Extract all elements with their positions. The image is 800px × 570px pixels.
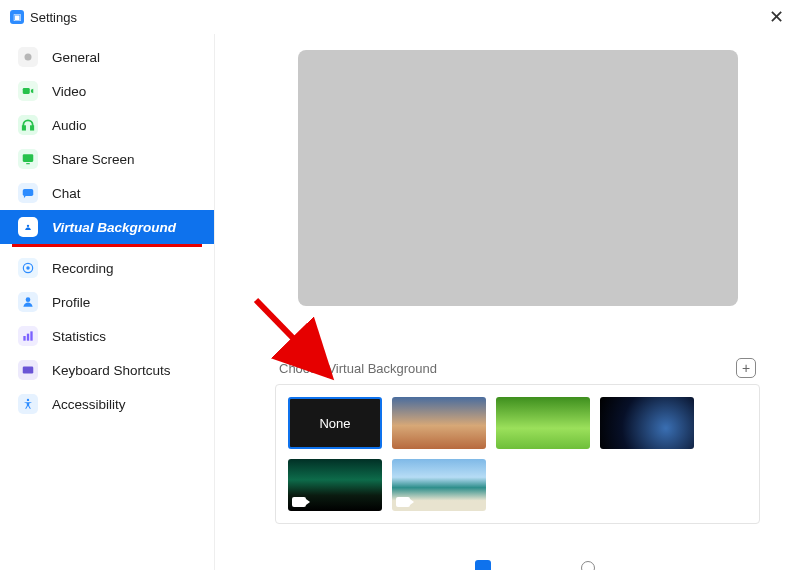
sidebar-item-label: General (52, 50, 100, 65)
sidebar-item-recording[interactable]: Recording (0, 251, 214, 285)
sidebar-item-keyboard-shortcuts[interactable]: Keyboard Shortcuts (0, 353, 214, 387)
sidebar-item-audio[interactable]: Audio (0, 108, 214, 142)
svg-point-16 (27, 399, 29, 401)
svg-rect-15 (23, 367, 34, 374)
chat-icon (18, 183, 38, 203)
headphones-icon (18, 115, 38, 135)
checkbox-checked[interactable] (475, 560, 491, 570)
thumb-none-label: None (319, 416, 350, 431)
cutoff-options-row (475, 556, 595, 570)
svg-rect-6 (23, 189, 34, 196)
svg-rect-2 (23, 126, 25, 130)
background-thumb-bridge[interactable] (392, 397, 486, 449)
annotation-underline (12, 244, 202, 247)
video-badge-icon (292, 497, 306, 507)
accessibility-icon (18, 394, 38, 414)
svg-rect-1 (23, 88, 30, 94)
svg-rect-14 (30, 331, 32, 340)
svg-rect-13 (27, 334, 29, 341)
sidebar-item-label: Virtual Background (52, 220, 176, 235)
sidebar-item-label: Recording (52, 261, 114, 276)
video-icon (18, 81, 38, 101)
svg-rect-3 (31, 126, 33, 130)
record-icon (18, 258, 38, 278)
window-title: Settings (30, 10, 77, 25)
sidebar-item-chat[interactable]: Chat (0, 176, 214, 210)
sidebar-item-general[interactable]: General (0, 40, 214, 74)
sidebar-item-label: Chat (52, 186, 81, 201)
profile-icon (18, 292, 38, 312)
background-thumb-grass[interactable] (496, 397, 590, 449)
sidebar-item-label: Statistics (52, 329, 106, 344)
settings-sidebar: General Video Audio Share Screen Chat (0, 34, 215, 570)
sidebar-item-profile[interactable]: Profile (0, 285, 214, 319)
sidebar-item-statistics[interactable]: Statistics (0, 319, 214, 353)
background-grid: None (275, 384, 760, 524)
statistics-icon (18, 326, 38, 346)
background-thumb-none[interactable]: None (288, 397, 382, 449)
plus-icon: + (742, 361, 750, 375)
sidebar-item-accessibility[interactable]: Accessibility (0, 387, 214, 421)
close-icon[interactable]: ✕ (763, 4, 790, 30)
sidebar-item-label: Audio (52, 118, 87, 133)
sidebar-item-label: Keyboard Shortcuts (52, 363, 171, 378)
svg-rect-12 (23, 336, 25, 341)
sidebar-item-virtual-background[interactable]: Virtual Background (0, 210, 214, 244)
video-preview (298, 50, 738, 306)
video-badge-icon (396, 497, 410, 507)
share-screen-icon (18, 149, 38, 169)
svg-rect-5 (26, 163, 30, 164)
sidebar-item-label: Accessibility (52, 397, 126, 412)
choose-background-label: Choose Virtual Background (279, 361, 437, 376)
sidebar-item-label: Profile (52, 295, 90, 310)
settings-main: Choose Virtual Background + None (215, 34, 800, 570)
virtual-background-icon (18, 217, 38, 237)
svg-point-8 (27, 225, 29, 227)
gear-icon (18, 47, 38, 67)
titlebar: ▣ Settings ✕ (0, 0, 800, 34)
keyboard-icon (18, 360, 38, 380)
svg-rect-4 (23, 154, 34, 162)
sidebar-item-label: Share Screen (52, 152, 135, 167)
radio-unchecked[interactable] (581, 561, 595, 570)
app-icon: ▣ (10, 10, 24, 24)
background-thumb-aurora[interactable] (288, 459, 382, 511)
sidebar-item-video[interactable]: Video (0, 74, 214, 108)
background-thumb-beach[interactable] (392, 459, 486, 511)
svg-point-11 (26, 297, 31, 302)
sidebar-item-label: Video (52, 84, 86, 99)
sidebar-item-share-screen[interactable]: Share Screen (0, 142, 214, 176)
background-thumb-earth[interactable] (600, 397, 694, 449)
add-background-button[interactable]: + (736, 358, 756, 378)
svg-point-0 (25, 54, 32, 61)
svg-point-10 (26, 266, 30, 270)
